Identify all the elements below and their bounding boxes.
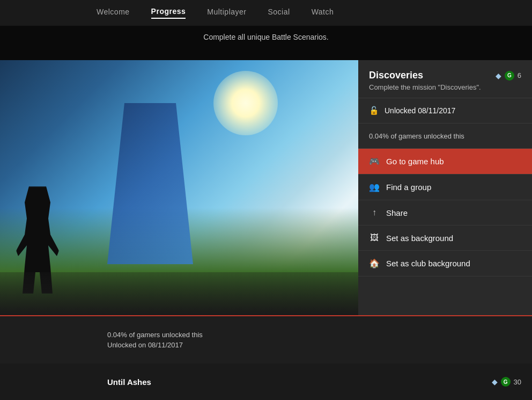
- subtitle-text: Complete all unique Battle Scenarios.: [203, 33, 328, 41]
- game-hub-icon: 🎮: [369, 156, 380, 166]
- right-panel: Discoveries ◆ G 6 Complete the mission "…: [358, 60, 532, 315]
- bottom-strip-line1: 0.04% of gamers unlocked this: [107, 331, 532, 339]
- diamond-icon: ◆: [496, 71, 501, 80]
- bottom-strip: 0.04% of gamers unlocked this Unlocked o…: [0, 315, 532, 363]
- find-group-icon: 👥: [369, 182, 380, 192]
- tab-progress[interactable]: Progress: [151, 7, 186, 19]
- gamers-unlocked-row: 0.04% of gamers unlocked this: [358, 123, 532, 149]
- tab-multiplayer[interactable]: Multiplayer: [207, 8, 246, 18]
- share-icon: ↑: [369, 208, 380, 217]
- tab-welcome[interactable]: Welcome: [97, 8, 130, 18]
- menu-item-set-as-background[interactable]: 🖼 Set as background: [358, 226, 532, 251]
- menu-label-share: Share: [386, 208, 408, 217]
- sun-glow: [213, 71, 278, 135]
- tab-social[interactable]: Social: [268, 8, 290, 18]
- achievement-title: Discoveries: [369, 70, 423, 81]
- bottom-strip-line2: Unlocked on 08/11/2017: [107, 341, 532, 349]
- background-icon: 🖼: [369, 233, 380, 243]
- menu-label-go-to-game-hub: Go to game hub: [386, 157, 444, 166]
- menu-item-find-a-group[interactable]: 👥 Find a group: [358, 174, 532, 200]
- next-achievement-row: Until Ashes ◆ G 30: [0, 363, 532, 400]
- next-gamerscore-icon: G: [501, 377, 511, 387]
- tab-watch[interactable]: Watch: [312, 8, 334, 18]
- tower: [107, 103, 193, 264]
- gamers-unlocked-text: 0.04% of gamers unlocked this: [369, 132, 464, 140]
- next-achievement-icons: ◆ G 30: [492, 377, 521, 387]
- club-background-icon: 🏠: [369, 258, 380, 268]
- achievement-header: Discoveries ◆ G 6 Complete the mission "…: [358, 60, 532, 98]
- menu-label-set-as-club-background: Set as club background: [386, 259, 470, 268]
- menu-label-set-as-background: Set as background: [386, 234, 453, 243]
- menu-label-find-a-group: Find a group: [386, 183, 431, 192]
- unlock-text: Unlocked 08/11/2017: [385, 106, 455, 115]
- game-image: [0, 60, 358, 315]
- menu-item-share[interactable]: ↑ Share: [358, 200, 532, 226]
- next-gamerscore-value: 30: [514, 378, 521, 386]
- achievement-description: Complete the mission "Discoveries".: [369, 83, 521, 91]
- subtitle-bar: Complete all unique Battle Scenarios.: [0, 32, 532, 42]
- menu-item-set-as-club-background[interactable]: 🏠 Set as club background: [358, 251, 532, 277]
- achievement-title-row: Discoveries ◆ G 6: [369, 70, 521, 81]
- menu-item-go-to-game-hub[interactable]: 🎮 Go to game hub: [358, 149, 532, 174]
- next-diamond-icon: ◆: [492, 377, 498, 386]
- gamerscore-value: 6: [518, 71, 521, 79]
- gamerscore-icon: G: [505, 71, 514, 81]
- next-achievement-title: Until Ashes: [107, 377, 483, 387]
- achievement-icons: ◆ G 6: [496, 71, 521, 81]
- unlock-row: 🔓 Unlocked 08/11/2017: [358, 98, 532, 123]
- lock-icon: 🔓: [369, 106, 379, 115]
- top-navigation: Welcome Progress Multiplayer Social Watc…: [0, 0, 532, 26]
- character-figure: [16, 186, 59, 294]
